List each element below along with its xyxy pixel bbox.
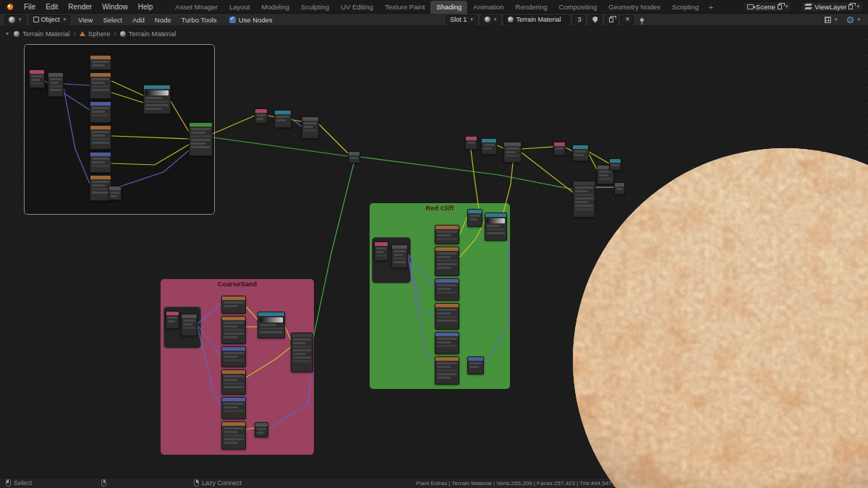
shader-node[interactable]: [166, 311, 179, 329]
shader-node[interactable]: [221, 369, 246, 395]
shader-node[interactable]: [435, 247, 459, 276]
shader-node[interactable]: [29, 69, 45, 88]
node-socket-row: [92, 78, 109, 80]
shader-node[interactable]: [374, 241, 388, 261]
menu-render[interactable]: Render: [63, 1, 97, 12]
menu-window[interactable]: Window: [97, 1, 133, 12]
shader-node[interactable]: [291, 333, 313, 372]
workspace-tab-shading[interactable]: Shading: [430, 1, 467, 14]
workspace-tab-compositing[interactable]: Compositing: [553, 1, 603, 14]
menu-turbo-tools[interactable]: Turbo Tools: [176, 14, 222, 25]
node-socket-row: [224, 406, 238, 408]
menu-help[interactable]: Help: [133, 1, 158, 12]
viewport-3d[interactable]: [573, 148, 868, 488]
shader-node[interactable]: [255, 422, 268, 437]
browse-material-button[interactable]: [480, 15, 501, 25]
shader-node[interactable]: [221, 346, 246, 367]
menu-view[interactable]: View: [73, 14, 98, 25]
shader-node[interactable]: [109, 186, 122, 200]
breadcrumb-item-terrain-material[interactable]: Terrain Material: [14, 30, 69, 38]
shader-node[interactable]: [467, 356, 484, 374]
chevron-down-icon[interactable]: ▾: [6, 30, 9, 37]
menu-select[interactable]: Select: [98, 14, 127, 25]
workspace-tab-scripting[interactable]: Scripting: [666, 1, 705, 14]
shader-node[interactable]: [90, 152, 111, 173]
workspace-tab-modeling[interactable]: Modeling: [255, 1, 295, 14]
shader-node[interactable]: [181, 314, 197, 336]
node-socket-row: [437, 341, 451, 343]
colorramp-preview: [260, 317, 283, 322]
material-name-field[interactable]: Terrain Material: [503, 15, 570, 25]
node-socket-row: [437, 267, 451, 269]
shader-node[interactable]: [274, 110, 292, 128]
shader-node[interactable]: [435, 278, 459, 301]
blender-logo-icon[interactable]: [4, 3, 14, 11]
editor-type-button[interactable]: [4, 15, 26, 25]
new-material-button[interactable]: [605, 15, 618, 25]
shader-node[interactable]: [90, 72, 111, 99]
shader-node[interactable]: [435, 356, 459, 385]
shader-node[interactable]: [221, 421, 246, 450]
snapping-button[interactable]: [821, 15, 841, 25]
keymap-hint-lazy-connect: Lazy Connect: [194, 479, 242, 487]
menu-add[interactable]: Add: [127, 14, 150, 25]
shader-node[interactable]: [258, 312, 285, 338]
shader-node[interactable]: [90, 55, 111, 70]
breadcrumb-item-sphere[interactable]: Sphere: [80, 30, 111, 38]
new-viewlayer-icon[interactable]: [848, 4, 853, 9]
shader-node[interactable]: [435, 225, 459, 244]
workspace-tab-layout[interactable]: Layout: [224, 1, 256, 14]
workspace-tab-animation[interactable]: Animation: [467, 1, 509, 14]
material-users-button[interactable]: 3: [573, 15, 585, 25]
shader-node[interactable]: [221, 316, 246, 344]
shader-type-selector[interactable]: Object: [29, 15, 71, 25]
workspace-tab-uv-editing[interactable]: UV Editing: [335, 1, 379, 14]
shader-node[interactable]: [221, 397, 246, 419]
menu-edit[interactable]: Edit: [41, 1, 63, 12]
workspace-tab-geometry-nodes[interactable]: Geometry Nodes: [603, 1, 666, 14]
workspace-tab-asset-mnager[interactable]: Asset Mnager: [169, 1, 224, 14]
shader-node[interactable]: [435, 303, 459, 330]
menu-file[interactable]: File: [19, 1, 41, 12]
add-workspace-button[interactable]: +: [705, 1, 718, 14]
shader-node[interactable]: [435, 332, 459, 354]
shader-node[interactable]: [348, 151, 360, 163]
shader-node[interactable]: [503, 142, 522, 163]
fake-user-button[interactable]: [588, 15, 602, 25]
shader-node[interactable]: [467, 209, 482, 227]
node-header: [90, 73, 111, 77]
node-socket-row: [437, 316, 457, 318]
scene-name: Scene: [756, 3, 775, 11]
shader-node[interactable]: [90, 125, 111, 150]
breadcrumb-item-terrain-material[interactable]: Terrain Material: [120, 30, 176, 38]
unlink-material-button[interactable]: [621, 15, 634, 25]
new-scene-icon[interactable]: [778, 4, 782, 9]
material-slot-selector[interactable]: Slot 1: [446, 15, 477, 25]
pin-button[interactable]: [637, 15, 647, 25]
shader-node[interactable]: [255, 108, 268, 124]
workspace-tab-texture-paint[interactable]: Texture Paint: [379, 1, 430, 14]
shader-node[interactable]: [48, 72, 64, 97]
shader-node[interactable]: [143, 85, 171, 114]
overlays-button[interactable]: [843, 15, 864, 25]
shader-node[interactable]: [485, 213, 507, 241]
menu-node[interactable]: Node: [150, 14, 176, 25]
copy-icon: [609, 17, 613, 22]
shader-node[interactable]: [302, 116, 319, 139]
use-nodes-toggle[interactable]: Use Nodes: [229, 16, 273, 24]
mouse-right-icon: [194, 479, 199, 487]
shader-node[interactable]: [553, 142, 566, 155]
node-socket-row: [111, 192, 119, 194]
workspace-tab-rendering[interactable]: Rendering: [510, 1, 553, 14]
viewlayer-selector[interactable]: ViewLayer: [801, 1, 864, 12]
shader-node[interactable]: [481, 138, 497, 155]
scene-selector[interactable]: Scene: [743, 1, 792, 12]
shader-node[interactable]: [391, 244, 408, 268]
shader-node[interactable]: [90, 101, 111, 123]
shader-node[interactable]: [221, 296, 246, 314]
node-socket-row: [437, 256, 451, 258]
shader-node[interactable]: [189, 122, 213, 156]
keymap-hint-select: Select: [6, 479, 32, 487]
shader-node[interactable]: [465, 136, 477, 150]
workspace-tab-sculpting[interactable]: Sculpting: [295, 1, 335, 14]
